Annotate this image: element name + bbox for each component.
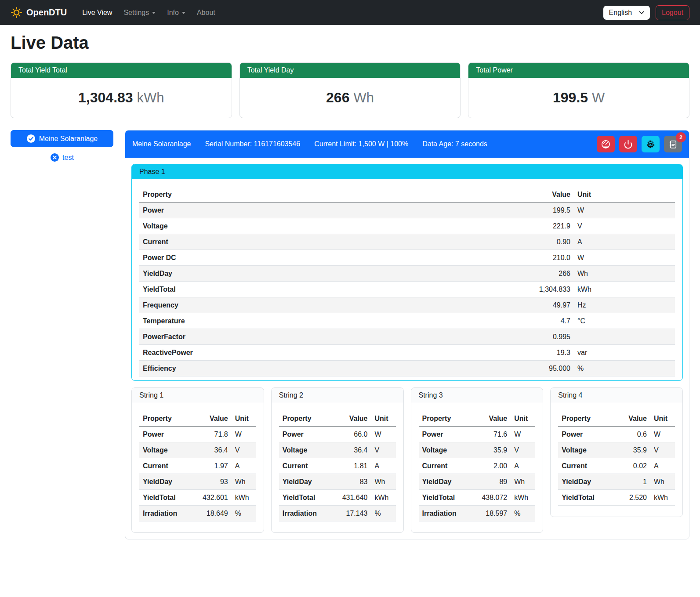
table-body: Power71.8WVoltage36.4VCurrent1.97AYieldD… — [139, 427, 256, 521]
table-row: YieldDay1Wh — [558, 474, 675, 490]
string-card-body: PropertyValueUnitPower71.8WVoltage36.4VC… — [132, 403, 264, 532]
limit-settings-button[interactable] — [597, 136, 615, 152]
unit-cell: W — [511, 427, 535, 442]
col-header-unit: Unit — [371, 411, 396, 427]
nav-item-live-view[interactable]: Live View — [76, 5, 118, 20]
cpu-icon — [646, 139, 656, 149]
col-header-value: Value — [473, 411, 511, 427]
unit-cell: V — [574, 218, 675, 234]
unit-cell: var — [574, 345, 675, 361]
unit-cell: A — [650, 458, 675, 474]
table-row: YieldTotal432.601kWh — [139, 490, 256, 506]
table-row: YieldTotal431.640kWh — [279, 490, 396, 506]
table-row: Voltage35.9V — [558, 442, 675, 458]
unit-cell: % — [574, 361, 675, 376]
property-cell: Voltage — [558, 442, 613, 458]
string-card-body: PropertyValueUnitPower71.6WVoltage35.9VC… — [411, 403, 543, 532]
table-row: Voltage35.9V — [419, 442, 536, 458]
summary-card-total-yield-day: Total Yield Day266Wh — [239, 62, 461, 118]
table-header-row: PropertyValueUnit — [139, 187, 675, 203]
unit-cell: °C — [574, 313, 675, 329]
unit-cell: kWh — [650, 490, 675, 506]
value-cell: 17.143 — [334, 506, 371, 521]
value-cell: 66.0 — [334, 427, 371, 442]
brand-logo[interactable]: OpenDTU — [11, 7, 67, 18]
property-cell: YieldDay — [139, 266, 521, 282]
summary-card-unit: W — [592, 90, 605, 105]
logout-button[interactable]: Logout — [656, 5, 689, 20]
sidebar-item-meine-solaranlage[interactable]: Meine Solaranlage — [11, 130, 113, 147]
value-cell: 1,304.833 — [521, 282, 574, 297]
value-cell: 49.97 — [521, 297, 574, 313]
property-cell: Current — [139, 458, 194, 474]
table-row: Irradiation17.143% — [279, 506, 396, 521]
property-cell: Irradiation — [279, 506, 334, 521]
property-cell: YieldTotal — [279, 490, 334, 506]
sidebar-item-test[interactable]: test — [11, 153, 113, 162]
table-body: Power66.0WVoltage36.4VCurrent1.81AYieldD… — [279, 427, 396, 521]
value-cell: 89 — [473, 474, 511, 490]
top-navbar: OpenDTU Live ViewSettingsInfoAbout Engli… — [0, 0, 700, 25]
value-cell: 19.3 — [521, 345, 574, 361]
unit-cell: A — [232, 458, 256, 474]
value-cell: 71.6 — [473, 427, 511, 442]
unit-cell: V — [371, 442, 396, 458]
table-row: Irradiation18.649% — [139, 506, 256, 521]
value-cell: 266 — [521, 266, 574, 282]
unit-cell: W — [232, 427, 256, 442]
summary-card-value: 266 — [326, 90, 349, 105]
inverter-data-age: Data Age: 7 seconds — [422, 140, 487, 148]
string-table: PropertyValueUnitPower71.6WVoltage35.9VC… — [419, 411, 536, 521]
property-cell: YieldDay — [139, 474, 194, 490]
nav-item-info[interactable]: Info — [161, 5, 191, 20]
string-card-body: PropertyValueUnitPower0.6WVoltage35.9VCu… — [551, 403, 682, 517]
property-cell: Frequency — [139, 297, 521, 313]
nav-item-settings[interactable]: Settings — [118, 5, 161, 20]
string-card-string-2: String 2PropertyValueUnitPower66.0WVolta… — [271, 387, 404, 533]
unit-cell: Wh — [232, 474, 256, 490]
table-row: ReactivePower19.3var — [139, 345, 675, 361]
strings-row: String 1PropertyValueUnitPower71.8WVolta… — [131, 387, 683, 533]
inverter-limit: Current Limit: 1,500 W | 100% — [314, 140, 408, 148]
unit-cell: Hz — [574, 297, 675, 313]
summary-card-title: Total Yield Total — [11, 63, 232, 78]
unit-cell: V — [232, 442, 256, 458]
unit-cell: kWh — [574, 282, 675, 297]
chevron-down-icon — [182, 12, 185, 14]
nav-item-about[interactable]: About — [191, 5, 221, 20]
table-row: Power DC210.0W — [139, 250, 675, 266]
table-body: Power71.6WVoltage35.9VCurrent2.00AYieldD… — [419, 427, 536, 521]
value-cell: 83 — [334, 474, 371, 490]
unit-cell: kWh — [371, 490, 396, 506]
property-cell: YieldDay — [279, 474, 334, 490]
table-row: Current1.81A — [279, 458, 396, 474]
string-card-string-1: String 1PropertyValueUnitPower71.8WVolta… — [131, 387, 264, 533]
unit-cell — [574, 329, 675, 345]
value-cell: 438.072 — [473, 490, 511, 506]
property-cell: Irradiation — [419, 506, 473, 521]
property-cell: PowerFactor — [139, 329, 521, 345]
summary-card-value: 199.5 — [553, 90, 588, 105]
table-row: Voltage221.9V — [139, 218, 675, 234]
device-info-button[interactable] — [642, 136, 660, 152]
table-row: Current0.02A — [558, 458, 675, 474]
summary-card-title: Total Power — [468, 63, 689, 78]
summary-cards-row: Total Yield Total1,304.83kWhTotal Yield … — [11, 62, 689, 118]
power-toggle-button[interactable] — [619, 136, 637, 152]
language-select[interactable]: English — [603, 6, 650, 20]
col-header-value: Value — [521, 187, 574, 203]
event-log-button[interactable]: 2 — [664, 136, 682, 152]
table-header-row: PropertyValueUnit — [279, 411, 396, 427]
table-head: PropertyValueUnit — [139, 187, 675, 203]
col-header-property: Property — [279, 411, 334, 427]
summary-card-unit: kWh — [137, 90, 164, 105]
table-row: Power71.8W — [139, 427, 256, 442]
unit-cell: W — [371, 427, 396, 442]
inverter-serial: Serial Number: 116171603546 — [205, 140, 300, 148]
col-header-unit: Unit — [574, 187, 675, 203]
unit-cell: Wh — [574, 266, 675, 282]
unit-cell: A — [371, 458, 396, 474]
string-card-title: String 1 — [132, 388, 264, 403]
check-circle-icon — [26, 134, 36, 143]
table-row: YieldDay266Wh — [139, 266, 675, 282]
